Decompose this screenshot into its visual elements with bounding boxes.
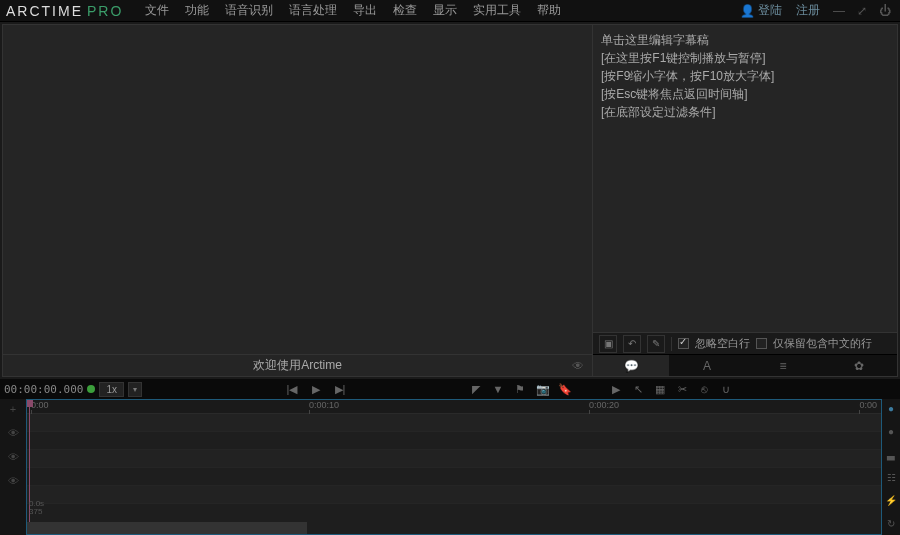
cut-tool[interactable]: ✂ [676, 383, 688, 396]
cn-only-label: 仅保留包含中文的行 [773, 336, 872, 351]
cn-only-checkbox[interactable] [756, 338, 767, 349]
script-line: [在底部设定过滤条件] [601, 103, 889, 121]
logo-arctime: ARCTIME [6, 3, 83, 19]
track-row[interactable] [27, 486, 881, 504]
menu-file[interactable]: 文件 [137, 0, 177, 23]
playback-rate[interactable]: 1x [99, 382, 124, 397]
add-track-icon[interactable]: + [10, 403, 16, 415]
video-status-text: 欢迎使用Arctime [253, 357, 342, 374]
bars-tool-icon[interactable]: ☷ [887, 472, 896, 483]
logo-pro: PRO [87, 3, 123, 19]
video-statusbar: 欢迎使用Arctime 👁 [3, 354, 592, 376]
ruler-tick: 0:00 [31, 400, 49, 410]
camera-icon[interactable]: 📷 [536, 383, 548, 396]
login-link[interactable]: 👤 登陆 [736, 0, 786, 21]
toggle-panel-button[interactable]: ▣ [599, 335, 617, 353]
menu-tools[interactable]: 实用工具 [465, 0, 529, 23]
menu-right: 👤 登陆 注册 — ⤢ ⏻ [736, 0, 894, 21]
menu-items: 文件 功能 语音识别 语言处理 导出 检查 显示 实用工具 帮助 [137, 0, 569, 23]
main-area: 欢迎使用Arctime 👁 单击这里编辑字幕稿 [在这里按F1键控制播放与暂停]… [2, 24, 898, 377]
track-eye-icon[interactable]: 👁 [8, 451, 19, 463]
menu-speech[interactable]: 语音识别 [217, 0, 281, 23]
video-view[interactable] [3, 25, 592, 354]
undo-button[interactable]: ↶ [623, 335, 641, 353]
timeline-gutter: + 👁 👁 👁 [0, 399, 26, 535]
rate-dropdown[interactable]: ▾ [128, 382, 142, 397]
track-eye-icon[interactable]: 👁 [8, 427, 19, 439]
track-row[interactable] [27, 468, 881, 486]
status-dot [87, 385, 95, 393]
script-line: [按F9缩小字体，按F10放大字体] [601, 67, 889, 85]
menu-export[interactable]: 导出 [345, 0, 385, 23]
track-eye-icon[interactable]: 👁 [8, 475, 19, 487]
ignore-blank-checkbox[interactable] [678, 338, 689, 349]
timeline-toolbar: 00:00:00.000 1x ▾ |◀ ▶ ▶| ◤ ▼ ⚑ 📷 🔖 ▶ ↖ … [0, 379, 900, 399]
ruler-tick: 0:00:10 [309, 400, 339, 410]
register-link[interactable]: 注册 [792, 0, 824, 21]
play-button[interactable]: ▶ [310, 383, 322, 396]
playback-controls: |◀ ▶ ▶| [286, 383, 346, 396]
script-toolbar: ▣ ↶ ✎ 忽略空白行 仅保留包含中文的行 [593, 332, 897, 354]
track-row[interactable] [27, 414, 881, 432]
script-line: [按Esc键将焦点返回时间轴] [601, 85, 889, 103]
edit-button[interactable]: ✎ [647, 335, 665, 353]
timeline-scrollbar[interactable] [27, 522, 307, 534]
mark-out-icon[interactable]: ▼ [492, 383, 504, 395]
timeline-tools: ◤ ▼ ⚑ 📷 🔖 ▶ ↖ ▦ ✂ ⎋ ∪ [470, 383, 732, 396]
eye-icon[interactable]: 👁 [572, 359, 584, 373]
refresh-tool-icon[interactable]: ↻ [887, 518, 895, 529]
close-icon[interactable]: ⏻ [876, 2, 894, 20]
tab-font[interactable]: A [669, 355, 745, 376]
menubar: ARCTIME PRO 文件 功能 语音识别 语言处理 导出 检查 显示 实用工… [0, 0, 900, 22]
select-tool[interactable]: ↖ [632, 383, 644, 396]
wave-tool-icon[interactable]: ▃ [887, 449, 895, 460]
minimize-icon[interactable]: — [830, 2, 848, 20]
menu-lang[interactable]: 语言处理 [281, 0, 345, 23]
tab-settings[interactable]: ✿ [821, 355, 897, 376]
timeline-tracks[interactable]: 0:00 0:00:10 0:00:20 0:00 0.0s 375 [26, 399, 882, 535]
script-editor[interactable]: 单击这里编辑字幕稿 [在这里按F1键控制播放与暂停] [按F9缩小字体，按F10… [593, 25, 897, 332]
grid-tool[interactable]: ▦ [654, 383, 666, 396]
separator [671, 337, 672, 351]
bolt-tool-icon[interactable]: ⚡ [885, 495, 897, 506]
prev-button[interactable]: |◀ [286, 383, 298, 396]
font-icon: A [703, 359, 711, 373]
app-logo: ARCTIME PRO [6, 3, 123, 19]
timecode: 00:00:00.000 [4, 383, 83, 396]
timeline-ruler[interactable]: 0:00 0:00:10 0:00:20 0:00 [27, 400, 881, 414]
gear-icon: ✿ [854, 359, 864, 373]
timeline-info: 0.0s 375 [29, 500, 44, 516]
video-panel: 欢迎使用Arctime 👁 [3, 25, 592, 376]
user-icon: 👤 [740, 4, 755, 18]
track-row[interactable] [27, 450, 881, 468]
bookmark-icon[interactable]: 🔖 [558, 383, 570, 396]
pointer-tool[interactable]: ▶ [610, 383, 622, 396]
script-line: [在这里按F1键控制播放与暂停] [601, 49, 889, 67]
mark-in-icon[interactable]: ◤ [470, 383, 482, 396]
script-line: 单击这里编辑字幕稿 [601, 31, 889, 49]
menu-check[interactable]: 检查 [385, 0, 425, 23]
dot2-tool-icon[interactable]: ● [888, 426, 894, 437]
track-row[interactable] [27, 432, 881, 450]
ruler-tick: 0:00 [859, 400, 877, 410]
login-label: 登陆 [758, 2, 782, 19]
timeline: + 👁 👁 👁 0:00 0:00:10 0:00:20 0:00 0.0s 3… [0, 399, 900, 535]
timeline-right-tools: ● ● ▃ ☷ ⚡ ↻ [882, 399, 900, 535]
script-panel: 单击这里编辑字幕稿 [在这里按F1键控制播放与暂停] [按F9缩小字体，按F10… [592, 25, 897, 376]
maximize-icon[interactable]: ⤢ [854, 2, 870, 20]
list-icon: ≡ [779, 359, 786, 373]
tab-chat[interactable]: 💬 [593, 355, 669, 376]
flag-icon[interactable]: ⚑ [514, 383, 526, 396]
ruler-tick: 0:00:20 [589, 400, 619, 410]
tab-list[interactable]: ≡ [745, 355, 821, 376]
ignore-blank-label: 忽略空白行 [695, 336, 750, 351]
menu-display[interactable]: 显示 [425, 0, 465, 23]
dot-tool-icon[interactable]: ● [888, 403, 894, 414]
menu-function[interactable]: 功能 [177, 0, 217, 23]
chat-icon: 💬 [624, 359, 639, 373]
menu-help[interactable]: 帮助 [529, 0, 569, 23]
script-tabs: 💬 A ≡ ✿ [593, 354, 897, 376]
magnet-tool[interactable]: ∪ [720, 383, 732, 396]
link-tool[interactable]: ⎋ [698, 383, 710, 395]
next-button[interactable]: ▶| [334, 383, 346, 396]
